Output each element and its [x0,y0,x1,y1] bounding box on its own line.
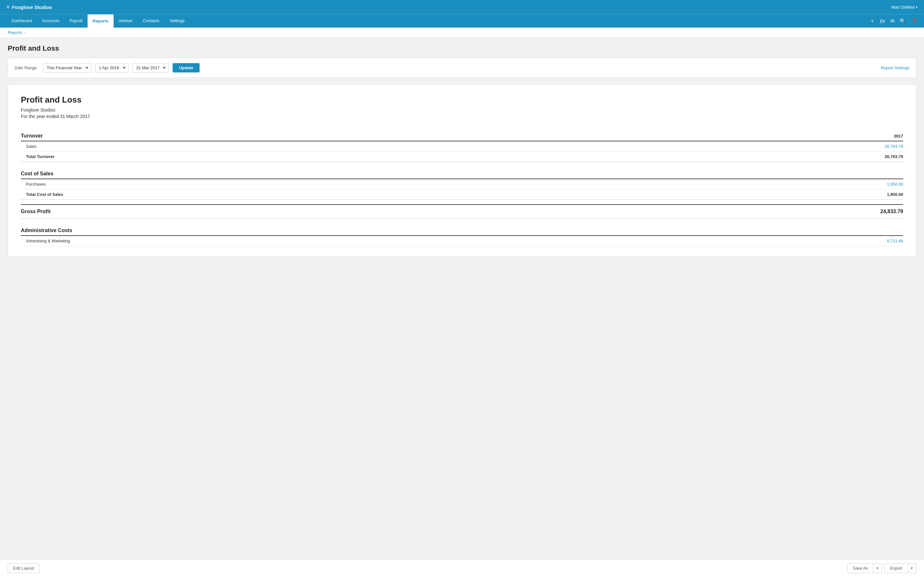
nav-bar: Dashboard Accounts Payroll Reports Advis… [0,14,924,27]
page-content: Profit and Loss Date Range This Financia… [0,38,924,575]
purchases-label: Purchases [21,179,625,189]
date-range-label: Date Range [15,65,37,70]
folder-icon[interactable]: 🗁 [880,18,885,24]
edit-layout-button[interactable]: Edit Layout [8,563,39,573]
nav-item-reports[interactable]: Reports [87,15,113,28]
report-table: Turnover 2017 Sales 26,783.79 Total Turn… [21,129,903,246]
help-icon[interactable]: ❓ [911,18,918,24]
turnover-label: Turnover [21,129,625,141]
page-title: Profit and Loss [8,44,916,53]
report-company: Foxglove Studios [21,107,903,113]
admin-costs-section-header: Administrative Costs [21,224,903,235]
user-menu[interactable]: Matt Oldfield ▾ [891,5,918,10]
sales-amount[interactable]: 26,783.79 [625,141,903,152]
save-as-button[interactable]: Save As [847,563,874,573]
breadcrumb-reports-link[interactable]: Reports [8,30,23,35]
report-title: Profit and Loss [21,95,903,105]
sales-row: Sales 26,783.79 [21,141,903,152]
total-turnover-label: Total Turnover [21,152,625,162]
gross-profit-row: Gross Profit 24,833.79 [21,205,903,219]
company-logo[interactable]: ≡ Foxglove Studios [6,4,52,10]
total-turnover-amount: 26,783.79 [625,152,903,162]
breadcrumb-bar: Reports › [0,27,924,38]
save-as-split-button: Save As ▾ [847,563,882,573]
sales-label: Sales [21,141,625,152]
total-cost-of-sales-label: Total Cost of Sales [21,189,625,199]
mail-icon[interactable]: ✉ [890,18,895,24]
bottom-right-actions: Save As ▾ Export ▾ [847,563,916,573]
breadcrumb-separator: › [24,31,26,35]
gross-profit-label: Gross Profit [21,205,625,219]
report-period: For the year ended 31 March 2017 [21,114,903,119]
advertising-marketing-amount[interactable]: 8,711.46 [625,235,903,246]
user-caret-icon: ▾ [916,5,918,9]
report-settings-link[interactable]: Report Settings [881,65,909,70]
top-bar: ≡ Foxglove Studios Matt Oldfield ▾ [0,0,924,14]
nav-item-payroll[interactable]: Payroll [65,15,87,28]
turnover-section-header: Turnover 2017 [21,129,903,141]
advertising-marketing-row: Advertising & Marketing 8,711.46 [21,235,903,246]
advertising-marketing-label: Advertising & Marketing [21,235,625,246]
date-range-select[interactable]: This Financial Year [43,63,91,73]
cost-of-sales-label: Cost of Sales [21,167,625,179]
date-from-select[interactable]: 1 Apr 2016 [95,63,129,73]
nav-items: Dashboard Accounts Payroll Reports Advis… [6,15,870,28]
admin-costs-label: Administrative Costs [21,224,625,235]
menu-icon: ≡ [6,4,9,10]
export-button[interactable]: Export [885,563,908,573]
year-header: 2017 [625,129,903,141]
search-icon[interactable]: 🔍 [900,18,906,24]
nav-item-dashboard[interactable]: Dashboard [6,15,37,28]
save-as-caret-button[interactable]: ▾ [873,563,882,573]
purchases-amount[interactable]: 1,950.00 [625,179,903,189]
nav-item-contacts[interactable]: Contacts [137,15,164,28]
nav-item-settings[interactable]: Settings [165,15,190,28]
nav-item-adviser[interactable]: Adviser [113,15,137,28]
nav-icons: ＋ 🗁 ✉ 🔍 ❓ [870,18,918,24]
export-caret-button[interactable]: ▾ [908,563,916,573]
filter-bar: Date Range This Financial Year 1 Apr 201… [8,58,916,78]
company-name: Foxglove Studios [12,5,52,10]
cost-of-sales-section-header: Cost of Sales [21,167,903,179]
gross-profit-amount: 24,833.79 [625,205,903,219]
purchases-row: Purchases 1,950.00 [21,179,903,189]
add-icon[interactable]: ＋ [870,18,875,24]
bottom-bar: Edit Layout Save As ▾ Export ▾ [0,559,924,575]
export-split-button: Export ▾ [885,563,916,573]
total-turnover-row: Total Turnover 26,783.79 [21,152,903,162]
total-cost-of-sales-row: Total Cost of Sales 1,950.00 [21,189,903,199]
user-name: Matt Oldfield [891,5,915,10]
nav-item-accounts[interactable]: Accounts [37,15,65,28]
report-container: Profit and Loss Foxglove Studios For the… [8,84,916,257]
update-button[interactable]: Update [173,63,200,73]
date-to-select[interactable]: 31 Mar 2017 [132,63,169,73]
total-cost-of-sales-amount: 1,950.00 [625,189,903,199]
